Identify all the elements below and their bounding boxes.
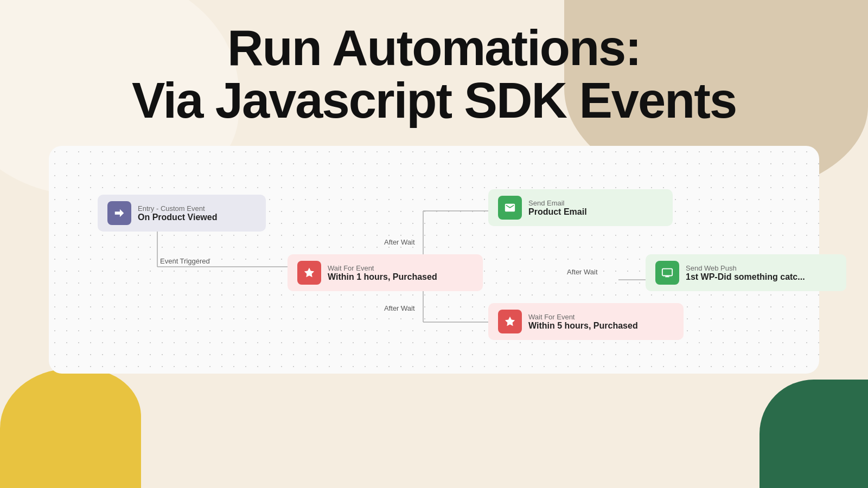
bg-blob-green — [760, 380, 868, 488]
label-after-wait-3: After Wait — [567, 268, 598, 276]
send-email-text: Send Email Product Email — [528, 199, 587, 217]
node-send-web-push: Send Web Push 1st WP-Did something catc.… — [646, 254, 846, 291]
label-event-triggered: Event Triggered — [160, 257, 210, 265]
send-email-label: Send Email — [528, 199, 587, 207]
wait1-icon — [297, 261, 321, 285]
entry-text: Entry - Custom Event On Product Viewed — [138, 204, 217, 222]
node-wait-for-event-2: Wait For Event Within 5 hours, Purchased — [488, 303, 684, 340]
send-push-text: Send Web Push 1st WP-Did something catc.… — [686, 264, 805, 282]
send-email-icon — [498, 196, 522, 220]
entry-title: On Product Viewed — [138, 213, 217, 222]
send-push-icon — [655, 261, 679, 285]
node-send-email: Send Email Product Email — [488, 189, 673, 226]
wait1-text: Wait For Event Within 1 hours, Purchased — [328, 264, 437, 282]
node-wait-for-event-1: Wait For Event Within 1 hours, Purchased — [288, 254, 483, 291]
main-title: Run Automations: Via Javascript SDK Even… — [132, 22, 736, 126]
wait2-title: Within 5 hours, Purchased — [528, 321, 638, 331]
node-entry: Entry - Custom Event On Product Viewed — [98, 195, 266, 232]
entry-icon — [107, 201, 131, 225]
main-content: Run Automations: Via Javascript SDK Even… — [0, 0, 868, 374]
title-line2: Via Javascript SDK Events — [132, 73, 736, 128]
wait2-text: Wait For Event Within 5 hours, Purchased — [528, 313, 638, 331]
title-line1: Run Automations: — [227, 20, 641, 75]
wait1-title: Within 1 hours, Purchased — [328, 272, 437, 282]
flow-diagram: Event Triggered After Wait After Wait Af… — [76, 168, 792, 352]
wait1-label: Wait For Event — [328, 264, 437, 272]
entry-label: Entry - Custom Event — [138, 204, 217, 213]
svg-rect-13 — [662, 269, 672, 276]
label-after-wait-1: After Wait — [384, 238, 415, 246]
send-push-label: Send Web Push — [686, 264, 805, 272]
send-push-title: 1st WP-Did something catc... — [686, 272, 805, 282]
send-email-title: Product Email — [528, 207, 587, 217]
flow-card: Event Triggered After Wait After Wait Af… — [49, 146, 819, 374]
label-after-wait-2: After Wait — [384, 304, 415, 312]
wait2-label: Wait For Event — [528, 313, 638, 321]
bg-blob-yellow — [0, 369, 141, 488]
wait2-icon — [498, 310, 522, 333]
